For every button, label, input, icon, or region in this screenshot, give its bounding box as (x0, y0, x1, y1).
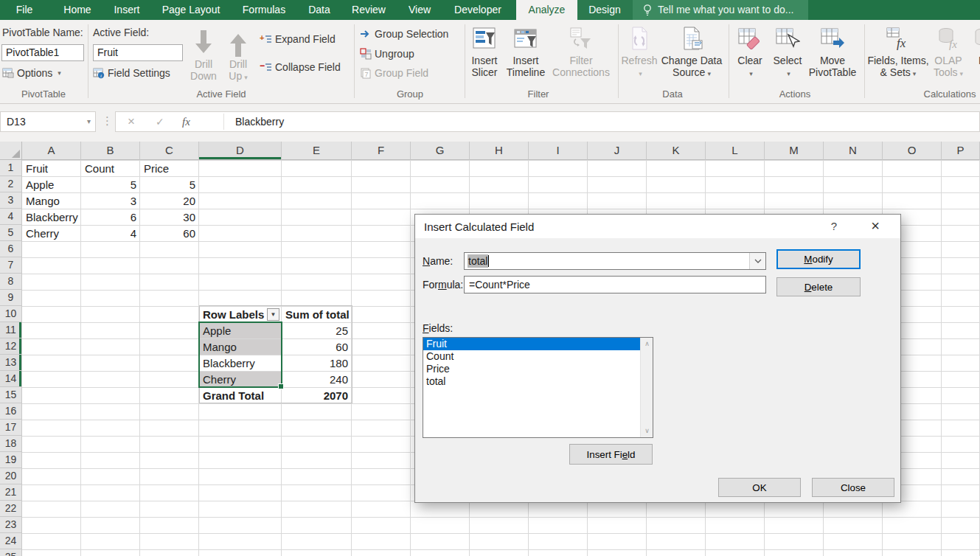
cell-A3[interactable]: Mango (23, 193, 81, 209)
row-header-21[interactable]: 21 (0, 484, 22, 501)
column-header-F[interactable]: F (352, 142, 411, 160)
column-header-M[interactable]: M (765, 142, 824, 160)
tab-review[interactable]: Review (348, 0, 389, 20)
fields-list-item-Count[interactable]: Count (423, 350, 640, 363)
cell-B3[interactable]: 3 (82, 193, 140, 209)
move-pivottable-button[interactable]: Move PivotTable (805, 24, 860, 95)
fields-list-item-total[interactable]: total (423, 375, 640, 388)
row-header-5[interactable]: 5 (0, 225, 22, 241)
row-header-15[interactable]: 15 (0, 387, 22, 403)
dialog-help-button[interactable]: ? (827, 220, 841, 232)
cell-E12[interactable]: 60 (282, 339, 352, 355)
cell-E10[interactable]: Sum of total (282, 307, 352, 322)
fields-listbox[interactable]: FruitCountPricetotal ∧ ∨ (423, 337, 653, 438)
tab-page-layout[interactable]: Page Layout (159, 0, 223, 20)
cell-D12[interactable]: Mango (200, 339, 282, 355)
cell-A1[interactable]: Fruit (23, 161, 81, 176)
tab-home[interactable]: Home (58, 0, 97, 20)
row-header-3[interactable]: 3 (0, 192, 22, 209)
row-header-22[interactable]: 22 (0, 501, 22, 517)
drill-down-button[interactable]: Drill Down (188, 24, 219, 82)
column-header-A[interactable]: A (22, 142, 81, 160)
insert-field-button[interactable]: Insert Field (569, 444, 653, 465)
tab-design[interactable]: Design (580, 0, 630, 20)
column-header-N[interactable]: N (824, 142, 883, 160)
tab-insert[interactable]: Insert (108, 0, 145, 20)
column-header-L[interactable]: L (706, 142, 765, 160)
cell-B1[interactable]: Count (82, 161, 140, 176)
enter-icon[interactable]: ✓ (156, 112, 164, 131)
tab-data[interactable]: Data (303, 0, 336, 20)
clear-button[interactable]: Clear ▾ (733, 24, 767, 95)
row-header-1[interactable]: 1 (0, 160, 22, 176)
row-header-11[interactable]: 11 (0, 322, 22, 338)
ungroup-button[interactable]: Ungroup (360, 47, 414, 60)
cell-D11[interactable]: Apple (200, 323, 282, 338)
cell-B2[interactable]: 5 (82, 177, 140, 192)
row-header-24[interactable]: 24 (0, 533, 22, 549)
filter-connections-button[interactable]: Filter Connections (549, 24, 614, 95)
tab-file[interactable]: File (7, 0, 41, 20)
row-header-9[interactable]: 9 (0, 290, 22, 306)
row-header-4[interactable]: 4 (0, 209, 22, 225)
cell-D14[interactable]: Cherry (200, 372, 282, 387)
cell-A2[interactable]: Apple (23, 177, 81, 192)
row-header-17[interactable]: 17 (0, 420, 22, 436)
row-header-13[interactable]: 13 (0, 355, 22, 371)
formula-bar-value[interactable]: Blackberry (235, 112, 284, 131)
column-header-K[interactable]: K (647, 142, 706, 160)
insert-function-icon[interactable]: fx (182, 112, 190, 131)
cell-C3[interactable]: 20 (141, 193, 199, 209)
row-header-16[interactable]: 16 (0, 403, 22, 420)
cell-D13[interactable]: Blackberry (200, 355, 282, 371)
formula-bar-handle[interactable]: ⋮ (102, 114, 113, 128)
tab-analyze[interactable]: Analyze (516, 0, 577, 20)
cell-C2[interactable]: 5 (141, 177, 199, 192)
expand-field-button[interactable]: + Expand Field (260, 32, 336, 46)
tab-developer[interactable]: Developer (448, 0, 507, 20)
insert-slicer-button[interactable]: Insert Slicer (466, 24, 503, 95)
row-header-14[interactable]: 14 (0, 371, 22, 387)
dialog-close-icon[interactable]: × (866, 218, 884, 234)
drill-up-button[interactable]: Drill Up▾ (222, 24, 254, 83)
calculated-field-name-combo[interactable]: total (464, 252, 766, 270)
select-button[interactable]: Select ▾ (770, 24, 805, 95)
cell-E13[interactable]: 180 (282, 355, 352, 371)
cell-C4[interactable]: 30 (141, 209, 199, 225)
calculated-field-formula-input[interactable]: =Count*Price (464, 276, 766, 293)
collapse-field-button[interactable]: − Collapse Field (260, 60, 341, 74)
row-header-19[interactable]: 19 (0, 452, 22, 468)
column-header-J[interactable]: J (588, 142, 647, 160)
active-field-input[interactable]: Fruit (93, 44, 183, 61)
column-header-P[interactable]: P (942, 142, 980, 160)
modify-button[interactable]: Modify (776, 249, 861, 269)
row-header-6[interactable]: 6 (0, 241, 22, 257)
row-header-23[interactable]: 23 (0, 517, 22, 533)
fields-list-item-Fruit[interactable]: Fruit (423, 338, 640, 350)
row-labels-filter-dropdown[interactable]: ▼ (267, 308, 279, 321)
column-header-H[interactable]: H (470, 142, 529, 160)
field-settings-button[interactable]: i Field Settings (93, 66, 170, 80)
options-button[interactable]: Options▾ (2, 66, 61, 80)
row-header-20[interactable]: 20 (0, 468, 22, 484)
row-header-10[interactable]: 10 (0, 306, 22, 322)
column-header-I[interactable]: I (529, 142, 588, 160)
row-header-2[interactable]: 2 (0, 176, 22, 192)
row-header-8[interactable]: 8 (0, 274, 22, 290)
name-box-dropdown-caret[interactable]: ▾ (87, 112, 91, 131)
column-header-D[interactable]: D (199, 142, 282, 160)
pivottable-name-input[interactable]: PivotTable1 (1, 44, 84, 61)
scroll-up-icon[interactable]: ∧ (641, 338, 653, 350)
name-box[interactable]: D13 ▾ (0, 111, 96, 132)
row-header-25[interactable]: 25 (0, 549, 22, 556)
ok-button[interactable]: OK (718, 478, 801, 497)
olap-tools-button[interactable]: fx OLAP Tools▾ (929, 24, 967, 95)
cell-A5[interactable]: Cherry (23, 226, 81, 241)
cell-B4[interactable]: 6 (82, 209, 140, 225)
insert-timeline-button[interactable]: Insert Timeline (503, 24, 549, 95)
column-header-O[interactable]: O (883, 142, 942, 160)
name-combo-dropdown-button[interactable] (749, 253, 765, 269)
refresh-button[interactable]: Refresh ▾ (621, 24, 658, 95)
relationships-button-partial[interactable]: Re (970, 24, 980, 95)
dialog-title-bar[interactable]: Insert Calculated Field ? × (415, 215, 900, 238)
